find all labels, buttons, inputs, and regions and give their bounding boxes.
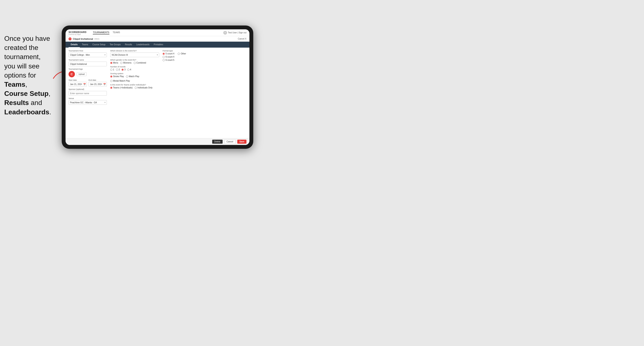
format-6count5[interactable]: 6 count 5 (162, 59, 174, 61)
division-select[interactable]: NCAA Division III (110, 52, 159, 57)
format-other-radio[interactable] (178, 53, 180, 55)
gender-combined-radio[interactable] (134, 62, 136, 64)
division-label: Which division is the event for? (110, 50, 159, 52)
format-col-right: Other (178, 52, 186, 61)
tabs-bar: Details Teams Course Setup Tee Groups Re… (66, 42, 250, 48)
tournament-host-group: Tournament Host Clippd College - Men (68, 50, 107, 57)
venue-select-wrapper: Peachtree GC - Atlanta - GA (68, 100, 107, 105)
calendar-icon-2: 📅 (103, 83, 106, 85)
rounds-group: Number of rounds 1 2 3 (110, 66, 159, 71)
tournament-name-input[interactable] (68, 62, 107, 66)
gender-womens[interactable]: Womens (120, 62, 131, 64)
user-area: T Test User | Sign out (223, 31, 246, 35)
individuals-only[interactable]: Individuals Only (135, 86, 152, 89)
start-date-wrapper: 📅 (68, 82, 87, 86)
format-6count4[interactable]: 6 count 4 (162, 56, 174, 58)
teams-individuals-group: Is this event for Teams and/or Individua… (110, 84, 159, 89)
logo-area: SCOREBOARD Powered by clippd TOURNAMENTS… (68, 30, 120, 35)
nav-links: TOURNAMENTS TEAMS (93, 31, 120, 34)
tournament-logo-icon: C (68, 37, 72, 40)
individuals-only-radio[interactable] (135, 87, 137, 89)
gender-combined[interactable]: Combined (134, 62, 146, 64)
scoring-stroke-radio[interactable] (110, 75, 112, 78)
tab-details[interactable]: Details (68, 42, 80, 48)
format-other[interactable]: Other (178, 52, 186, 55)
format-col-left: 5 count 4 6 count 4 6 count 5 (162, 52, 174, 61)
scoring-medal-radio[interactable] (110, 80, 112, 82)
calendar-icon: 📅 (83, 83, 86, 85)
rounds-2-radio[interactable] (116, 69, 118, 71)
scoring-stroke[interactable]: Stroke Play (110, 75, 124, 78)
rounds-3[interactable]: 3 (122, 68, 126, 71)
rounds-3-radio[interactable] (122, 69, 124, 71)
scoring-medal[interactable]: Medal Match Play (110, 80, 130, 82)
start-date-label: Start date (68, 79, 87, 81)
format-5count4-radio[interactable] (162, 53, 165, 55)
format-6count5-radio[interactable] (162, 59, 165, 61)
tab-printables[interactable]: Printables (152, 42, 165, 48)
teams-plus-individuals-radio[interactable] (110, 87, 112, 89)
tournament-name-label: Tournament name (68, 59, 107, 61)
gender-radio-group: Mens Womens Combined (110, 62, 159, 64)
gender-group: Which gender is the event for? Mens Wome… (110, 59, 159, 64)
tab-leaderboards[interactable]: Leaderboards (134, 42, 152, 48)
tournament-host-label: Tournament Host (68, 50, 107, 52)
rounds-1-radio[interactable] (110, 69, 112, 71)
tab-results[interactable]: Results (123, 42, 134, 48)
tournament-logo-group: Tournament logo C Upload (68, 68, 107, 77)
tournament-host-select[interactable]: Clippd College - Men (68, 52, 107, 57)
user-signout[interactable]: Test User | Sign out (228, 31, 246, 34)
tournament-name-label: Clippd Invitational (73, 38, 93, 40)
middle-column: Which division is the event for? NCAA Di… (110, 50, 159, 136)
tab-tee-groups[interactable]: Tee Groups (108, 42, 123, 48)
rounds-4[interactable]: 4 (127, 68, 131, 71)
venue-label: Venue (68, 97, 107, 99)
tournament-name-group: Tournament name (68, 59, 107, 66)
cancel-button[interactable]: Cancel (224, 139, 236, 144)
division-group: Which division is the event for? NCAA Di… (110, 50, 159, 57)
gender-womens-radio[interactable] (120, 62, 122, 64)
rounds-1[interactable]: 1 (110, 68, 114, 71)
rounds-4-radio[interactable] (127, 69, 130, 71)
sponsor-label: Sponsor (optional) (68, 88, 107, 90)
date-group: Start date 📅 End date 📅 (68, 79, 107, 86)
right-column: Format type 5 count 4 6 count 4 (162, 50, 246, 136)
gender-mens[interactable]: Mens (110, 62, 118, 64)
gender-mens-radio[interactable] (110, 62, 112, 64)
scoring-match[interactable]: Match Play (126, 75, 139, 78)
tablet-screen: SCOREBOARD Powered by clippd TOURNAMENTS… (66, 29, 250, 145)
format-label: Format type (162, 50, 246, 52)
rounds-radio-group: 1 2 3 4 (110, 68, 159, 71)
save-button[interactable]: Save (237, 140, 246, 144)
teams-plus-individuals[interactable]: Teams (+Individuals) (110, 86, 132, 89)
nav-tournaments[interactable]: TOURNAMENTS (93, 31, 109, 34)
cancel-tournament-button[interactable]: Cancel X (238, 38, 246, 40)
start-date-field: Start date 📅 (68, 79, 87, 86)
scoring-radio-group: Stroke Play Match Play Medal Match Play (110, 75, 159, 82)
venue-select[interactable]: Peachtree GC - Atlanta - GA (68, 100, 107, 105)
sponsor-input[interactable] (68, 91, 107, 96)
scoring-label: Scoring system (110, 72, 159, 75)
teams-label: Is this event for Teams and/or Individua… (110, 84, 159, 86)
app-header: SCOREBOARD Powered by clippd TOURNAMENTS… (66, 29, 250, 36)
format-5count4[interactable]: 5 count 4 (162, 52, 174, 55)
division-select-wrapper: NCAA Division III (110, 52, 159, 57)
tournament-logo-label: Tournament logo (68, 68, 107, 70)
scoring-group: Scoring system Stroke Play Match Play (110, 72, 159, 82)
sponsor-group: Sponsor (optional) (68, 88, 107, 96)
scoring-match-radio[interactable] (126, 75, 128, 78)
left-column: Tournament Host Clippd College - Men Tou… (68, 50, 107, 136)
tab-teams[interactable]: Teams (80, 42, 90, 48)
delete-button[interactable]: Delete (212, 140, 222, 144)
logo-upload-area: C Upload (68, 71, 107, 77)
nav-teams[interactable]: TEAMS (113, 31, 120, 34)
gender-label: Which gender is the event for? (110, 59, 159, 61)
app-footer: Delete Cancel Save (66, 138, 250, 145)
upload-button[interactable]: Upload (76, 72, 86, 76)
format-group: Format type 5 count 4 6 count 4 (162, 50, 246, 61)
tournament-title: C Clippd Invitational (Men) (68, 37, 100, 40)
tournament-header: C Clippd Invitational (Men) Cancel X (66, 36, 250, 42)
format-6count4-radio[interactable] (162, 56, 165, 58)
tab-course-setup[interactable]: Course Setup (90, 42, 108, 48)
rounds-2[interactable]: 2 (116, 68, 120, 71)
